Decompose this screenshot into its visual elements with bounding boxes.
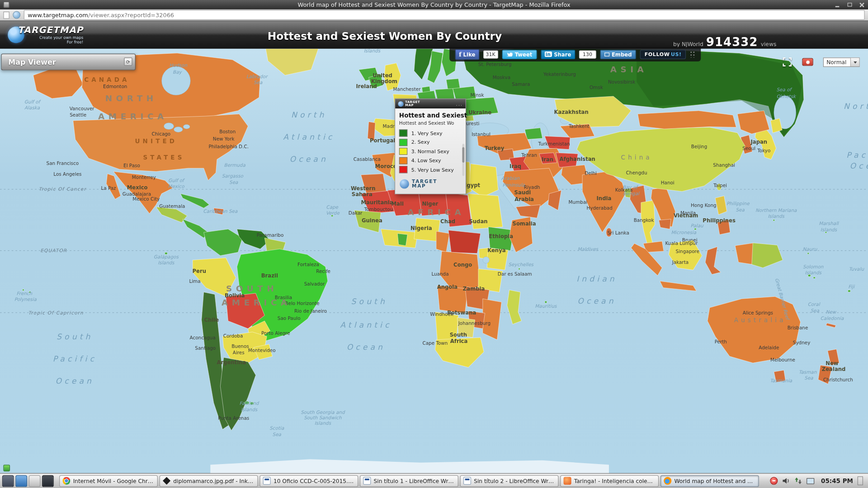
country-mozambique[interactable] (483, 299, 502, 340)
country-cambodia[interactable] (659, 219, 671, 229)
network-icon[interactable] (794, 477, 802, 485)
island-solomon[interactable] (813, 277, 816, 279)
island-new-caledonia[interactable] (826, 323, 836, 328)
island-cape-verde[interactable] (331, 215, 333, 217)
country-usa[interactable] (73, 114, 248, 180)
country-colombia[interactable] (204, 229, 243, 256)
country-peru[interactable] (193, 258, 236, 297)
site-identity-icon[interactable] (13, 11, 20, 19)
taskbar-window-button[interactable]: Taringa! - Inteligencia colectiva (560, 475, 659, 487)
island-nauru[interactable] (807, 253, 809, 254)
country-botswana[interactable] (457, 318, 475, 338)
country-argentina-south[interactable] (220, 357, 255, 431)
island-new-guinea-east[interactable] (752, 243, 783, 268)
galapagos[interactable] (165, 252, 167, 254)
country-sri-lanka[interactable] (606, 228, 612, 237)
minimize-icon[interactable] (834, 1, 841, 8)
country-drc[interactable] (439, 251, 481, 292)
island-polynesia[interactable] (23, 289, 24, 291)
url-input[interactable]: www.targetmap.com/viewer.aspx?reportId=3… (24, 10, 865, 20)
country-uk[interactable] (384, 63, 401, 91)
country-philippines-north[interactable] (715, 196, 727, 215)
country-mongolia[interactable] (638, 111, 736, 129)
targetmap-logo[interactable]: TARGETMAP Create your own maps For free! (8, 25, 83, 44)
island-borneo[interactable] (669, 240, 702, 270)
country-thailand[interactable] (641, 200, 655, 248)
map-mode-dropdown[interactable]: Normal (823, 57, 860, 67)
taskbar-window-button[interactable]: Sin título 2 - LibreOffice Writer (460, 475, 559, 487)
island-mariana[interactable] (773, 220, 775, 221)
facebook-like-button[interactable]: f Like (455, 49, 479, 59)
country-uzbekistan[interactable] (560, 124, 594, 138)
island-java[interactable] (660, 281, 697, 291)
maximize-icon[interactable] (846, 1, 853, 8)
country-mexico[interactable] (113, 172, 173, 214)
island-solomon[interactable] (808, 274, 811, 277)
volume-icon[interactable] (782, 477, 790, 485)
country-angola[interactable] (437, 286, 467, 313)
legend-scrollbar-thumb[interactable] (462, 147, 464, 163)
country-ghana[interactable] (397, 234, 407, 246)
taskbar-window-button[interactable]: Internet Móvil - Google Chrome (59, 475, 158, 487)
country-alaska[interactable] (33, 67, 83, 99)
country-cuba[interactable] (180, 194, 209, 208)
tweet-button[interactable]: Tweet (502, 50, 537, 59)
country-caucasus[interactable] (525, 128, 542, 140)
workspace-pager[interactable] (858, 476, 863, 485)
panel-toggle-icon[interactable]: ⟳ (124, 57, 132, 66)
window-list-icon[interactable] (2, 475, 14, 487)
continent-south-america[interactable] (165, 229, 328, 431)
continent-north-america[interactable] (33, 49, 378, 238)
follow-us-button[interactable]: FOLLOW US! (640, 50, 686, 59)
map-status-icon[interactable] (3, 465, 10, 472)
close-icon[interactable] (858, 1, 865, 8)
linkedin-share-button[interactable]: in Share (541, 50, 575, 59)
island-new-guinea-west[interactable] (735, 243, 754, 265)
file-manager-icon[interactable] (15, 475, 27, 487)
iran-red-patch[interactable] (539, 153, 557, 164)
map-area[interactable]: IslandsHudsonBayLabradorSeaGulf ofAlaska… (0, 49, 868, 473)
country-kenya[interactable] (487, 248, 509, 270)
central-america[interactable] (156, 207, 187, 222)
island-polynesia[interactable] (29, 291, 31, 293)
falkland-islands[interactable] (250, 402, 253, 405)
terminal-icon[interactable] (42, 475, 54, 487)
display-icon[interactable] (807, 478, 814, 483)
country-senegal-guinea[interactable] (354, 210, 381, 232)
island-mauritius[interactable] (545, 301, 547, 303)
country-portugal[interactable] (368, 122, 375, 141)
map-viewer-panel[interactable]: Map Viewer ⟳ (1, 54, 136, 70)
island-marshall[interactable] (825, 231, 827, 233)
country-hispaniola[interactable] (214, 208, 224, 215)
window-menu-icon[interactable] (3, 2, 9, 8)
country-new-zealand-north[interactable] (828, 349, 840, 366)
embed-button[interactable]: Embed (600, 50, 636, 59)
country-madagascar[interactable] (507, 290, 522, 324)
country-australia[interactable] (708, 296, 801, 363)
country-tanzania[interactable] (478, 269, 503, 292)
drag-handle-icon[interactable] (690, 51, 695, 58)
country-philippines-south[interactable] (717, 220, 730, 235)
country-somalia[interactable] (509, 217, 533, 252)
continent-asia[interactable] (462, 49, 804, 291)
island-tasmania[interactable] (774, 370, 786, 382)
island-taiwan[interactable] (717, 184, 722, 191)
page-icon[interactable] (3, 11, 9, 19)
taskbar-window-button[interactable]: 10 Oficio CCD-C-005-2015.docx (... (259, 475, 358, 487)
falkland-islands[interactable] (245, 401, 249, 404)
country-sudan[interactable] (468, 194, 503, 229)
taskbar-window-button[interactable]: World map of Hottest and Sexiest... (660, 475, 759, 487)
country-yemen[interactable] (516, 205, 540, 218)
country-turkmenistan[interactable] (545, 136, 570, 149)
country-south-africa[interactable] (435, 338, 484, 367)
country-cameroon[interactable] (436, 231, 449, 253)
country-chad[interactable] (446, 192, 472, 227)
country-oman[interactable] (548, 190, 561, 210)
island-palau[interactable] (694, 228, 697, 230)
show-desktop-icon[interactable] (29, 475, 41, 487)
taskbar-window-button[interactable]: diplomamarco.jpg.pdf - Inkscape (160, 475, 258, 487)
country-central-african-republic[interactable] (448, 230, 481, 253)
country-india[interactable] (582, 172, 626, 233)
legend-popup[interactable]: TARGET MAP ... Hottest and Sexiest Hotte… (395, 99, 466, 194)
snapshot-camera-icon[interactable] (802, 58, 813, 66)
